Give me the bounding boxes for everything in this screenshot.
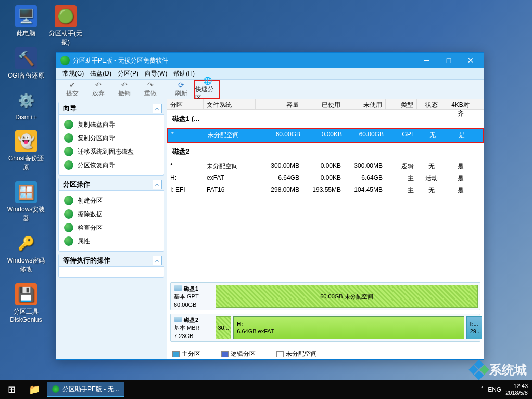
- discard-button[interactable]: ↶放弃: [85, 80, 111, 99]
- wizard-recover[interactable]: 分区恢复向导: [61, 158, 162, 172]
- disk-map-label: 磁盘1基本 GPT60.00GB: [171, 283, 213, 310]
- col-capacity[interactable]: 容量: [256, 99, 302, 109]
- lang-indicator[interactable]: ENG: [488, 386, 501, 393]
- refresh-icon: ⟳: [178, 81, 184, 89]
- undo-icon: ↶: [121, 81, 128, 89]
- op-props[interactable]: 属性: [61, 234, 162, 248]
- op-wipe[interactable]: 擦除数据: [61, 207, 162, 221]
- undo-button[interactable]: ↶撤销: [111, 80, 137, 99]
- col-status[interactable]: 状态: [417, 99, 446, 109]
- close-button[interactable]: ✕: [460, 53, 482, 68]
- menu-general[interactable]: 常规(G): [59, 69, 87, 78]
- refresh-button[interactable]: ⟳刷新: [168, 80, 194, 99]
- legend-primary: 主分区: [172, 350, 200, 358]
- migrate-icon: [64, 147, 73, 156]
- op-check[interactable]: 检查分区: [61, 221, 162, 234]
- app-window: 分区助手PE版 - 无损分区免费软件 ─ □ ✕ 常规(G) 磁盘(D) 分区(…: [56, 52, 484, 360]
- wipe-icon: [64, 209, 73, 219]
- desktop: 🖥️此电脑 🟢分区助手(无损) 🔨CGI备份还原 ⚙️Dism++ 👻Ghost…: [0, 0, 46, 333]
- menu-partition[interactable]: 分区(P): [115, 69, 142, 78]
- desktop-icon-win-installer[interactable]: 🪟Windows安装器: [6, 181, 46, 223]
- ops-panel-header[interactable]: 分区操作︿: [59, 178, 164, 191]
- menubar: 常规(G) 磁盘(D) 分区(P) 向导(W) 帮助(H): [56, 68, 484, 80]
- check-icon: ✔: [69, 81, 75, 89]
- redo-button[interactable]: ↷重做: [137, 80, 163, 99]
- desktop-icon-password[interactable]: 🔑Windows密码修改: [6, 232, 46, 274]
- table-row[interactable]: *未分配空间300.00MB0.00KB300.00MB逻辑无是: [167, 160, 484, 172]
- create-icon: [64, 196, 73, 205]
- globe-icon: 🌐: [203, 77, 212, 85]
- window-title: 分区助手PE版 - 无损分区免费软件: [73, 56, 168, 65]
- desktop-icon-partition-assistant[interactable]: 🟢分区助手(无损): [46, 5, 85, 47]
- menu-disk[interactable]: 磁盘(D): [87, 69, 115, 78]
- app-icon: [52, 385, 59, 393]
- table-row[interactable]: *未分配空间60.00GB0.00KB60.00GBGPT无是: [167, 128, 484, 143]
- check-icon: [64, 223, 73, 232]
- tray-up-icon[interactable]: ˄: [480, 386, 484, 393]
- partition-icon: [64, 133, 73, 143]
- disk-header[interactable]: 磁盘2: [167, 143, 484, 160]
- app-icon: [60, 56, 70, 65]
- watermark-icon: [468, 359, 489, 380]
- disk-segment[interactable]: I:...29...: [466, 316, 482, 339]
- table-row[interactable]: H:exFAT6.64GB0.00KB6.64GB主活动是: [167, 172, 484, 184]
- col-filesystem[interactable]: 文件系统: [204, 99, 256, 109]
- table-header: 分区 文件系统 容量 已使用 未使用 类型 状态 4KB对齐: [167, 99, 484, 110]
- minimize-button[interactable]: ─: [416, 53, 438, 68]
- disk-header[interactable]: 磁盘1 (...: [167, 110, 484, 128]
- chevron-up-icon[interactable]: ︿: [153, 104, 162, 113]
- explorer-button[interactable]: 📁: [23, 380, 46, 399]
- pending-panel-header[interactable]: 等待执行的操作︿: [59, 254, 164, 267]
- wizard-panel-header[interactable]: 向导︿: [59, 102, 164, 115]
- system-tray: ˄ ENG 12:432018/5/8: [476, 383, 532, 396]
- clock[interactable]: 12:432018/5/8: [505, 383, 528, 396]
- col-4k[interactable]: 4KB对齐: [446, 99, 475, 109]
- watermark: 系统城: [472, 361, 527, 378]
- disk-map-bar: 60.00GB 未分配空间: [213, 283, 480, 310]
- disk-segment[interactable]: 60.00GB 未分配空间: [216, 285, 478, 308]
- col-free[interactable]: 未使用: [344, 99, 386, 109]
- disk-map[interactable]: 磁盘2基本 MBR7.23GB30...H:6.64GB exFATI:...2…: [170, 314, 480, 342]
- disk-icon: [64, 120, 73, 129]
- quick-partition-button[interactable]: 🌐快速分区: [194, 80, 220, 99]
- desktop-icon-ghost[interactable]: 👻Ghost备份还原: [6, 130, 46, 172]
- col-used[interactable]: 已使用: [302, 99, 344, 109]
- menu-wizard[interactable]: 向导(W): [142, 69, 170, 78]
- maximize-button[interactable]: □: [438, 53, 460, 68]
- ops-panel: 分区操作︿ 创建分区 擦除数据 检查分区 属性: [58, 178, 164, 252]
- chevron-up-icon[interactable]: ︿: [153, 256, 162, 265]
- desktop-icon-cgi-backup[interactable]: 🔨CGI备份还原: [6, 47, 46, 80]
- start-button[interactable]: ⊞: [0, 380, 23, 399]
- desktop-icon-dism[interactable]: ⚙️Dism++: [6, 90, 46, 121]
- props-icon: [64, 236, 73, 246]
- taskbar: ⊞ 📁 分区助手PE版 - 无... ˄ ENG 12:432018/5/8: [0, 380, 532, 399]
- chevron-up-icon[interactable]: ︿: [153, 180, 162, 189]
- legend: 主分区 逻辑分区 未分配空间: [167, 348, 484, 359]
- disk-map[interactable]: 磁盘1基本 GPT60.00GB60.00GB 未分配空间: [170, 282, 480, 310]
- wizard-copy-partition[interactable]: 复制分区向导: [61, 131, 162, 145]
- col-partition[interactable]: 分区: [167, 99, 204, 109]
- taskbar-app[interactable]: 分区助手PE版 - 无...: [47, 382, 124, 397]
- wizard-copy-disk[interactable]: 复制磁盘向导: [61, 118, 162, 131]
- sidebar: 向导︿ 复制磁盘向导 复制分区向导 迁移系统到固态磁盘 分区恢复向导 分区操作︿…: [56, 99, 167, 359]
- main-area: 分区 文件系统 容量 已使用 未使用 类型 状态 4KB对齐 磁盘1 (...*…: [167, 99, 484, 359]
- pending-panel: 等待执行的操作︿: [58, 254, 164, 278]
- redo-icon: ↷: [147, 81, 154, 89]
- partition-list: 磁盘1 (...*未分配空间60.00GB0.00KB60.00GBGPT无是磁…: [167, 110, 484, 279]
- legend-logical: 逻辑分区: [221, 350, 256, 358]
- desktop-icon-this-pc[interactable]: 🖥️此电脑: [6, 5, 46, 38]
- op-create[interactable]: 创建分区: [61, 194, 162, 207]
- col-type[interactable]: 类型: [386, 99, 417, 109]
- titlebar[interactable]: 分区助手PE版 - 无损分区免费软件 ─ □ ✕: [56, 53, 484, 68]
- table-row[interactable]: I: EFIFAT16298.00MB193.55MB104.45MB主无是: [167, 184, 484, 196]
- wizard-panel: 向导︿ 复制磁盘向导 复制分区向导 迁移系统到固态磁盘 分区恢复向导: [58, 102, 164, 176]
- desktop-icon-diskgenius[interactable]: 💾分区工具DiskGenius: [6, 283, 46, 323]
- disk-map-label: 磁盘2基本 MBR7.23GB: [171, 314, 213, 341]
- disk-map-bar: 30...H:6.64GB exFATI:...29...: [213, 314, 480, 341]
- legend-unalloc: 未分配空间: [276, 350, 317, 358]
- commit-button[interactable]: ✔提交: [59, 80, 85, 99]
- wizard-migrate-os[interactable]: 迁移系统到固态磁盘: [61, 145, 162, 158]
- menu-help[interactable]: 帮助(H): [170, 69, 198, 78]
- disk-segment[interactable]: 30...: [216, 316, 231, 339]
- disk-segment[interactable]: H:6.64GB exFAT: [233, 316, 464, 339]
